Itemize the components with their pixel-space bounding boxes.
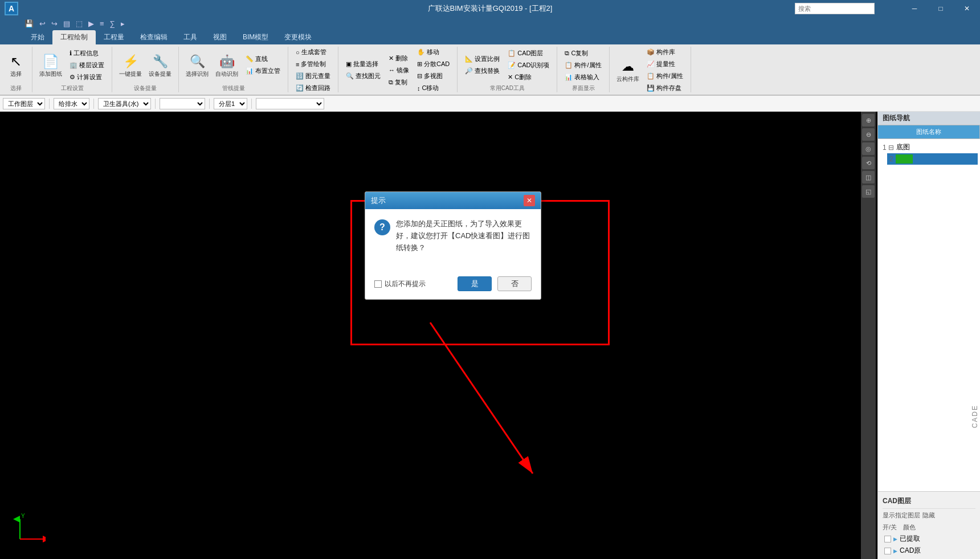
maximize-button[interactable]: □ [928,0,954,17]
divider-1 [49,99,50,109]
tab-bim[interactable]: BIM模型 [235,30,276,44]
select-icon: ↖ [7,52,25,71]
tool-btn-4[interactable]: ⟲ [862,157,875,169]
cad-layers-show-btn[interactable]: 显示指定图层 [883,511,920,520]
btn-figure-check[interactable]: 🔢 图元查量 [293,71,333,81]
btn-cad-layer[interactable]: 📋 CAD图层 [505,48,552,59]
tab-drawing-name[interactable]: 图纸名称 [878,125,980,138]
btn-copy[interactable]: ⧉ 复制 [386,77,412,88]
cad-layer-check-1[interactable] [884,536,891,542]
btn-check-loop[interactable]: 🔄 检查回路 [293,83,333,93]
btn-select-identify[interactable]: 🔍 选择识别 [183,51,211,79]
btn-delete[interactable]: ✕ 删除 [386,53,412,64]
tool-btn-6[interactable]: ◱ [862,185,875,198]
component-select[interactable]: 卫生器具(水) [98,98,151,109]
c-delete-icon: ✕ [508,74,513,81]
ribbon-tabs: 开始 工程绘制 工程量 检查编辑 工具 视图 BIM模型 变更模块 [0,30,980,44]
dialog-no-show-checkbox[interactable] [374,280,382,288]
btn-floor-settings[interactable]: 🏢 楼层设置 [67,60,107,71]
nav-item-1[interactable]: 1 ⊟ 底图 [880,141,978,153]
tab-tools[interactable]: 工具 [175,30,205,44]
btn-check-loop-label: 检查回路 [305,84,330,92]
search-input[interactable] [795,3,875,14]
btn-measure-prop[interactable]: 📈 提量性 [644,59,686,70]
quick-btn-3[interactable]: ▶ [87,19,96,28]
btn-one-key[interactable]: ⚡ 一键提量 [117,51,144,79]
btn-multi-view[interactable]: ⊟ 多视图 [414,71,452,81]
group-label-cad: 常用CAD工具 [490,84,525,92]
btn-cad-identify[interactable]: 📝 CAD识别项 [505,60,552,71]
btn-component-lib[interactable]: 📦 构件库 [644,47,686,58]
btn-auto-identify-label: 自动识别 [215,71,238,77]
btn-measure-prop-label: 提量性 [656,60,675,68]
cad-layer-label-1: 已提取 [900,534,920,544]
btn-find-replace[interactable]: 🔎 查找替换 [462,66,503,76]
quick-btn-redo[interactable]: ↪ [50,19,59,28]
floor-select[interactable] [160,98,205,109]
btn-gen-sleeve[interactable]: ○ 生成套管 [293,47,333,58]
btn-add-drawing[interactable]: 📄 添加图纸 [37,51,64,79]
quick-btn-sum[interactable]: ∑ [108,19,117,28]
btn-move[interactable]: ✋ 移动 [414,47,452,58]
quick-btn-save[interactable]: 💾 [23,19,35,28]
close-button[interactable]: ✕ [954,0,980,17]
quick-btn-5[interactable]: ▸ [119,19,126,28]
btn-equipment-measure-label: 设备提量 [149,71,172,77]
tab-change[interactable]: 变更模块 [276,30,320,44]
tool-btn-1[interactable]: ⊕ [862,114,875,127]
btn-find-figure[interactable]: 🔍 查找图元 [343,71,383,81]
svg-text:Y: Y [21,513,25,519]
group-label-project: 工程设置 [61,84,84,92]
tab-start[interactable]: 开始 [23,30,52,44]
btn-batch-select[interactable]: ▣ 批量选择 [343,59,383,70]
quick-btn-undo[interactable]: ↩ [38,19,47,28]
tab-check[interactable]: 检查编辑 [132,30,175,44]
btn-straight-line[interactable]: 📏 直线 [243,54,283,64]
btn-equipment-measure[interactable]: 🔧 设备提量 [146,51,174,79]
dialog-no-button[interactable]: 否 [497,276,532,291]
btn-mirror[interactable]: ↔ 镜像 [386,65,412,76]
btn-component-prop[interactable]: 📋 构件/属性 [562,60,604,71]
btn-cloud-component[interactable]: ☁ 云构件库 [614,56,642,84]
tab-drawing[interactable]: 工程绘制 [52,30,96,44]
btn-comp-attr[interactable]: 📋 构件/属性 [644,71,686,81]
tool-btn-5[interactable]: ◫ [862,171,875,183]
btn-comp-save[interactable]: 💾 构件存盘 [644,83,686,93]
tab-quantity[interactable]: 工程量 [96,30,132,44]
btn-auto-identify[interactable]: 🤖 自动识别 [213,51,240,79]
table-input-icon: 📊 [565,74,573,81]
extra-select[interactable] [256,98,324,109]
layer2-select[interactable]: 分层1 [214,98,247,109]
quick-btn-1[interactable]: ▤ [62,19,72,28]
btn-c-copy[interactable]: ⧉ C复制 [562,48,604,59]
btn-set-scale[interactable]: 📐 设置比例 [462,54,503,64]
quick-btn-4[interactable]: ≡ [98,19,106,28]
tool-btn-2[interactable]: ⊖ [862,128,875,141]
btn-table-input[interactable]: 📊 表格输入 [562,72,604,83]
btn-arrange-riser[interactable]: 📊 布置立管 [243,66,283,76]
cad-layers-hide-btn[interactable]: 隐藏 [922,511,935,520]
btn-select[interactable]: ↖ 选择 [5,51,27,79]
dialog-yes-button[interactable]: 是 [458,276,492,291]
quick-btn-2[interactable]: ⬚ [74,19,84,28]
tool-btn-3[interactable]: ◎ [862,142,875,155]
minimize-button[interactable]: ─ [901,0,928,17]
svg-text:X: X [44,536,46,542]
layer-select[interactable]: 工作图层 [3,98,45,109]
figure-check-icon: 🔢 [296,72,304,80]
tab-view[interactable]: 视图 [205,30,235,44]
dialog-close-button[interactable]: ✕ [524,195,535,206]
btn-c-move[interactable]: ↕ C移动 [414,83,452,93]
btn-project-info[interactable]: ℹ 工程信息 [67,48,107,59]
multi-draw-icon: ≡ [296,61,299,68]
btn-calc-settings[interactable]: ⚙ 计算设置 [67,72,107,83]
btn-c-delete[interactable]: ✕ C删除 [505,72,552,83]
btn-multi-draw-label: 多管绘制 [301,60,326,68]
btn-scatter-cad[interactable]: ⊞ 分散CAD [414,59,452,70]
system-select[interactable]: 给排水 [54,98,89,109]
search-box[interactable] [795,0,875,17]
cad-layer-check-2[interactable] [884,548,891,554]
btn-multi-draw[interactable]: ≡ 多管绘制 [293,59,333,70]
cad-layer-label-2: CAD原 [900,546,921,556]
nav-item-2[interactable]: 2 [887,153,978,165]
